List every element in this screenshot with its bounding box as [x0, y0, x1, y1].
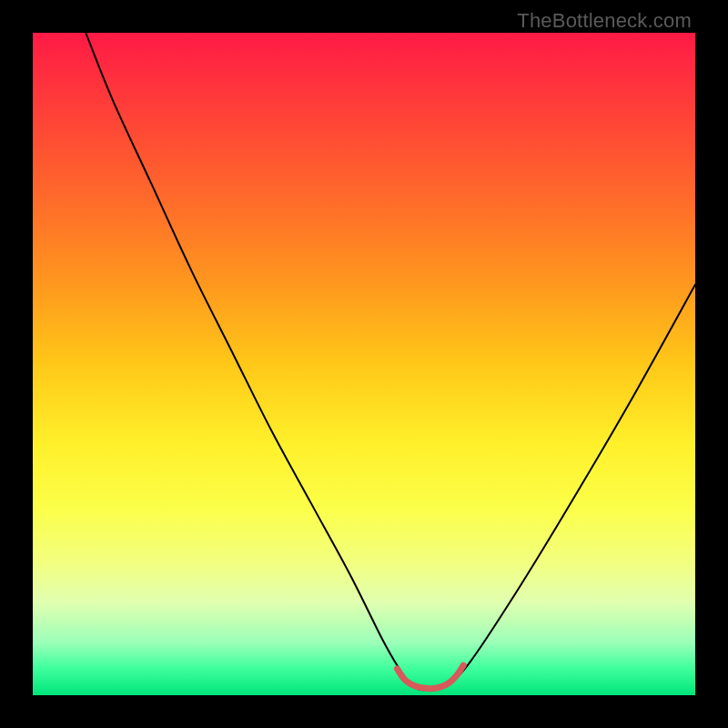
watermark-text: TheBottleneck.com [517, 9, 692, 33]
bottleneck-curve-path [86, 33, 695, 690]
curve-svg [33, 33, 695, 695]
plot-area [33, 33, 695, 695]
chart-frame: TheBottleneck.com [0, 0, 728, 728]
optimal-zone-path [397, 665, 463, 688]
